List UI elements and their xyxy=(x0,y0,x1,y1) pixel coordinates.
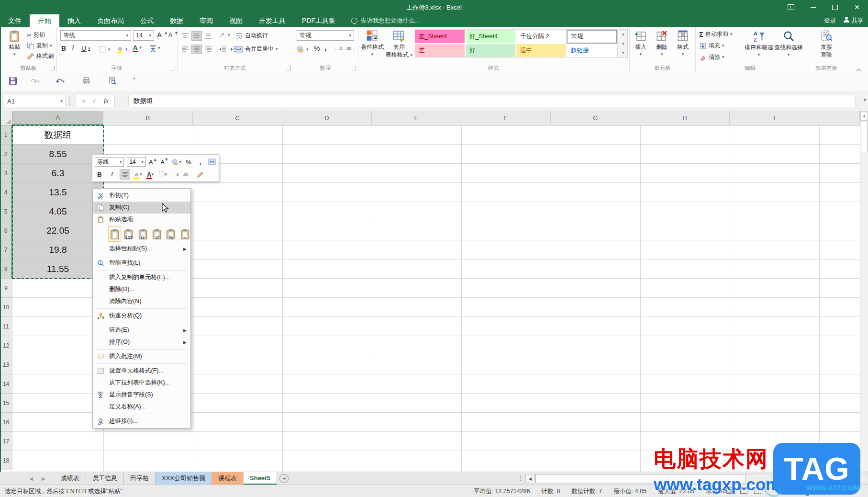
row-header-12[interactable]: 12 xyxy=(0,336,12,355)
bold-button[interactable]: B xyxy=(61,45,66,52)
column-header-D[interactable]: D xyxy=(282,111,372,125)
cell-style-2[interactable]: 好_Sheet4 xyxy=(465,30,516,44)
cell-A4[interactable]: 13.5 xyxy=(12,183,103,202)
qat-customize-button[interactable]: ▾ xyxy=(133,77,135,81)
font-color-button[interactable]: A ▾ xyxy=(133,45,142,51)
menu-item-cut[interactable]: 剪切(T) xyxy=(93,190,190,202)
horizontal-scroll-thumb[interactable] xyxy=(535,474,746,483)
row-header-7[interactable]: 7 xyxy=(0,240,12,260)
sheet-tab-田字格[interactable]: 田字格 xyxy=(124,472,156,485)
decrease-font-button[interactable]: A▼ xyxy=(160,157,169,167)
orientation-button[interactable]: ▾ xyxy=(218,31,230,39)
sheet-nav-left-icon[interactable]: ◀ xyxy=(25,472,37,485)
insert-function-icon[interactable]: fx xyxy=(104,97,109,105)
decrease-decimal-button[interactable]: .00→ xyxy=(183,169,192,179)
zoom-level[interactable]: 80% xyxy=(843,487,855,494)
percent-style-button[interactable]: % xyxy=(314,45,320,52)
column-header-G[interactable]: G xyxy=(551,111,640,125)
save-button[interactable] xyxy=(9,77,17,85)
format-painter-button[interactable] xyxy=(195,169,205,179)
format-as-table-button[interactable]: 套用 表格格式 ▾ xyxy=(386,30,412,59)
fill-color-button[interactable]: ▾ xyxy=(116,45,128,53)
align-center-button[interactable] xyxy=(191,45,202,54)
phonetic-button[interactable]: wén文 ▾ xyxy=(150,45,160,52)
paste-transpose-button[interactable]: ⇄ xyxy=(151,227,162,241)
close-button[interactable]: × xyxy=(846,0,868,14)
format-painter-button[interactable]: 格式刷 xyxy=(27,52,54,60)
paste-button[interactable]: 粘贴 ▾ xyxy=(4,30,25,56)
gallery-down-button[interactable]: ▼ xyxy=(619,39,627,49)
gallery-up-button[interactable]: ▲ xyxy=(619,30,627,39)
row-header-6[interactable]: 6 xyxy=(0,221,12,240)
menu-item-hyperlink[interactable]: 超链接(I)... xyxy=(93,415,190,427)
insert-cells-button[interactable]: 插入 ▾ xyxy=(630,30,651,56)
sheet-tab-Sheet5[interactable]: Sheet5 xyxy=(244,472,277,485)
alignment-dialog-launcher[interactable] xyxy=(286,66,291,70)
accounting-format-button[interactable]: ▾ xyxy=(172,157,181,167)
clipboard-dialog-launcher[interactable] xyxy=(50,66,55,70)
undo-button[interactable]: ↶▾ xyxy=(56,77,65,87)
align-right-button[interactable] xyxy=(203,45,213,54)
vertical-scrollbar[interactable]: ▲ xyxy=(860,111,868,472)
tab-formulas[interactable]: 公式 xyxy=(132,14,162,27)
zoom-slider[interactable] xyxy=(785,493,831,494)
paste-formatting-button[interactable]: % xyxy=(165,227,176,241)
cell-A8[interactable]: 11.55 xyxy=(12,260,103,279)
merge-center-button[interactable]: 合并后居中 ▾ xyxy=(235,45,278,53)
collapse-ribbon-button[interactable] xyxy=(856,67,861,70)
row-header-4[interactable]: 4 xyxy=(0,183,12,202)
sheet-tab-课程表[interactable]: 课程表 xyxy=(212,472,244,485)
select-all-corner[interactable] xyxy=(0,111,12,125)
tab-review[interactable]: 审阅 xyxy=(191,14,221,27)
sheet-tab-XXX公司销售额[interactable]: XXX公司销售额 xyxy=(156,472,212,485)
percent-style-button[interactable]: % xyxy=(184,157,193,167)
tab-view[interactable]: 视图 xyxy=(221,14,251,27)
accounting-format-button[interactable]: ▾ xyxy=(297,45,309,53)
column-header-H[interactable]: H xyxy=(640,111,730,125)
cell-A7[interactable]: 19.8 xyxy=(12,240,103,260)
tab-insert[interactable]: 插入 xyxy=(59,14,89,27)
decrease-decimal-button[interactable]: .00→ xyxy=(345,46,356,51)
row-header-9[interactable]: 9 xyxy=(0,279,12,298)
sheet-tab-成绩表[interactable]: 成绩表 xyxy=(55,472,86,485)
column-header-E[interactable]: E xyxy=(372,111,461,125)
tab-page-layout[interactable]: 页面布局 xyxy=(89,14,132,27)
row-header-11[interactable]: 11 xyxy=(0,317,12,336)
number-format-combo[interactable]: 常规▾ xyxy=(297,30,354,41)
name-box[interactable]: A1 ▾ xyxy=(4,95,66,107)
increase-font-button[interactable]: A▲ xyxy=(149,157,157,167)
print-button[interactable] xyxy=(82,77,90,85)
row-header-15[interactable]: 15 xyxy=(0,394,12,413)
menu-item-delete[interactable]: 删除(D)... xyxy=(93,283,190,295)
formula-input[interactable]: 数据组 xyxy=(128,95,856,107)
sheet-nav-right-icon[interactable]: ▶ xyxy=(37,472,50,485)
hscroll-left-icon[interactable]: ◀ xyxy=(525,474,535,483)
bottom-align-button[interactable] xyxy=(203,31,213,41)
cancel-entry-icon[interactable]: × xyxy=(82,98,86,105)
menu-item-insert-comment[interactable]: 插入批注(M) xyxy=(93,350,190,362)
column-header-C[interactable]: C xyxy=(193,111,282,125)
comma-style-button[interactable]: , xyxy=(196,157,204,167)
menu-item-format-cells[interactable]: 设置单元格格式(F)... xyxy=(93,365,190,377)
increase-decimal-button[interactable]: ←.0 xyxy=(334,46,342,51)
tab-developer[interactable]: 开发工具 xyxy=(251,14,294,27)
sort-filter-button[interactable]: AZ 排序和筛选 ▾ xyxy=(744,30,774,57)
comma-style-button[interactable]: , xyxy=(324,44,326,52)
underline-button[interactable]: U▾ xyxy=(81,45,90,52)
cell-A5[interactable]: 4.05 xyxy=(12,202,103,221)
menu-item-define-name[interactable]: 定义名称(A)... xyxy=(93,401,190,413)
menu-item-quick-analysis[interactable]: 快速分析(Q) xyxy=(93,310,190,322)
row-header-13[interactable]: 13 xyxy=(0,355,12,374)
menu-item-sort[interactable]: 排序(O)▶ xyxy=(93,336,190,348)
decrease-indent-button[interactable] xyxy=(217,45,228,54)
new-sheet-button[interactable]: ＋ xyxy=(277,472,291,485)
invoice-check-button[interactable]: 发票 查验 xyxy=(815,30,837,59)
row-header-5[interactable]: 5 xyxy=(0,202,12,221)
cell-A2[interactable]: 8.55 xyxy=(12,145,103,164)
minimize-button[interactable] xyxy=(802,0,824,14)
cell-style-7[interactable]: 适中 xyxy=(516,44,567,57)
maximize-button[interactable] xyxy=(824,0,846,14)
hscroll-splitter[interactable] xyxy=(520,476,521,482)
gallery-more-button[interactable]: ▼ xyxy=(619,48,627,57)
bold-button[interactable]: B xyxy=(95,169,104,179)
